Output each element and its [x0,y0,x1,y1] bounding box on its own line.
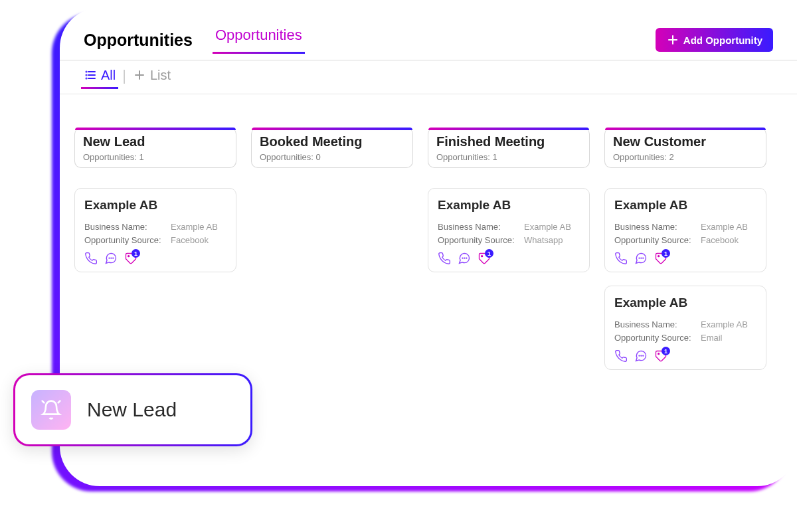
field-label-business: Business Name: [84,222,171,232]
svg-point-4 [86,78,87,79]
view-tab-list-label: List [150,68,171,83]
field-label-source: Opportunity Source: [84,235,171,245]
add-opportunity-button[interactable]: Add Opportunity [656,28,773,52]
field-label-source: Opportunity Source: [614,235,701,245]
new-lead-toast[interactable]: New Lead [13,373,252,446]
svg-point-7 [111,258,112,258]
opportunity-card[interactable]: Example AB Business Name: Example AB Opp… [604,188,766,272]
column-count: Opportunities: 0 [260,152,404,162]
field-label-source: Opportunity Source: [438,235,524,245]
add-opportunity-label: Add Opportunity [683,35,762,46]
phone-icon[interactable] [438,252,451,265]
view-tab-all[interactable]: All [84,68,116,88]
opportunity-card[interactable]: Example AB Business Name: Example AB Opp… [428,188,590,272]
card-actions: 1 [84,252,226,265]
view-tab-list[interactable]: List [133,68,171,88]
card-title: Example AB [438,198,580,213]
card-actions: 1 [614,252,756,265]
field-label-business: Business Name: [614,319,701,329]
opportunity-card[interactable]: Example AB Business Name: Example AB Opp… [604,286,766,370]
field-value-business: Example AB [701,319,748,329]
svg-point-6 [109,258,110,258]
tag-badge: 1 [485,249,493,258]
column-new-customer: New Customer Opportunities: 2 Example AB… [604,128,766,370]
svg-point-16 [643,258,644,258]
card-title: Example AB [84,198,226,213]
field-value-business: Example AB [171,222,218,232]
chat-icon[interactable] [634,252,648,265]
tag-icon[interactable]: 1 [654,252,667,265]
field-value-source: Whatsapp [524,235,563,245]
column-count: Opportunities: 2 [613,152,758,162]
tab-opportunities[interactable]: Opportunities [213,27,305,53]
column-new-lead: New Lead Opportunities: 1 Example AB Bus… [74,128,236,370]
svg-point-9 [128,256,130,257]
column-finished-meeting: Finished Meeting Opportunities: 1 Exampl… [428,128,590,370]
tag-badge: 1 [662,347,670,355]
svg-point-19 [641,355,642,356]
svg-point-20 [643,355,644,356]
header-bar: Opportunities Opportunities Add Opportun… [60,8,797,60]
column-header[interactable]: New Customer Opportunities: 2 [604,128,766,168]
plus-icon-small [133,68,146,82]
card-title: Example AB [614,198,756,213]
column-count: Opportunities: 1 [436,152,581,162]
field-value-source: Facebook [701,235,739,245]
svg-point-17 [658,256,660,257]
tag-icon[interactable]: 1 [478,252,491,265]
column-header[interactable]: Booked Meeting Opportunities: 0 [251,128,413,168]
svg-point-10 [462,258,463,258]
field-value-business: Example AB [524,222,571,232]
svg-point-15 [641,258,642,258]
column-title: New Lead [83,134,228,149]
view-tabs: All | List [60,60,797,94]
svg-point-8 [113,258,114,258]
page-title: Opportunities [84,31,193,50]
field-label-business: Business Name: [438,222,524,232]
toast-label: New Lead [87,399,177,421]
chat-icon[interactable] [634,349,648,363]
field-label-business: Business Name: [614,222,701,232]
tag-badge: 1 [132,249,140,258]
chat-icon[interactable] [104,252,118,265]
kanban-board: New Lead Opportunities: 1 Example AB Bus… [60,94,797,383]
opportunity-card[interactable]: Example AB Business Name: Example AB Opp… [74,188,236,272]
plus-icon [666,33,679,46]
view-tab-all-label: All [101,68,116,83]
phone-icon[interactable] [614,252,628,265]
tag-badge: 1 [662,249,670,258]
tag-icon[interactable]: 1 [124,252,137,265]
svg-point-14 [639,258,640,258]
svg-point-13 [482,256,483,257]
card-actions: 1 [614,349,756,363]
tag-icon[interactable]: 1 [654,349,667,363]
column-title: Finished Meeting [436,134,581,149]
svg-point-12 [466,258,467,258]
field-value-source: Facebook [171,235,209,245]
svg-point-0 [86,72,87,72]
column-booked-meeting: Booked Meeting Opportunities: 0 [251,128,413,370]
field-label-source: Opportunity Source: [614,333,701,343]
field-value-source: Email [701,333,723,343]
column-title: Booked Meeting [260,134,404,149]
svg-point-2 [86,75,87,76]
tab-divider: | [122,67,126,84]
column-count: Opportunities: 1 [83,152,228,162]
phone-icon[interactable] [84,252,98,265]
svg-point-18 [639,355,640,356]
chat-icon[interactable] [458,252,471,265]
column-header[interactable]: New Lead Opportunities: 1 [74,128,236,168]
bell-icon [31,390,71,430]
phone-icon[interactable] [614,349,628,363]
card-title: Example AB [614,296,756,310]
svg-point-21 [658,353,660,355]
column-header[interactable]: Finished Meeting Opportunities: 1 [428,128,590,168]
column-title: New Customer [613,134,758,149]
card-actions: 1 [438,252,580,265]
list-bullets-icon [84,68,97,82]
svg-point-11 [464,258,465,258]
field-value-business: Example AB [701,222,748,232]
